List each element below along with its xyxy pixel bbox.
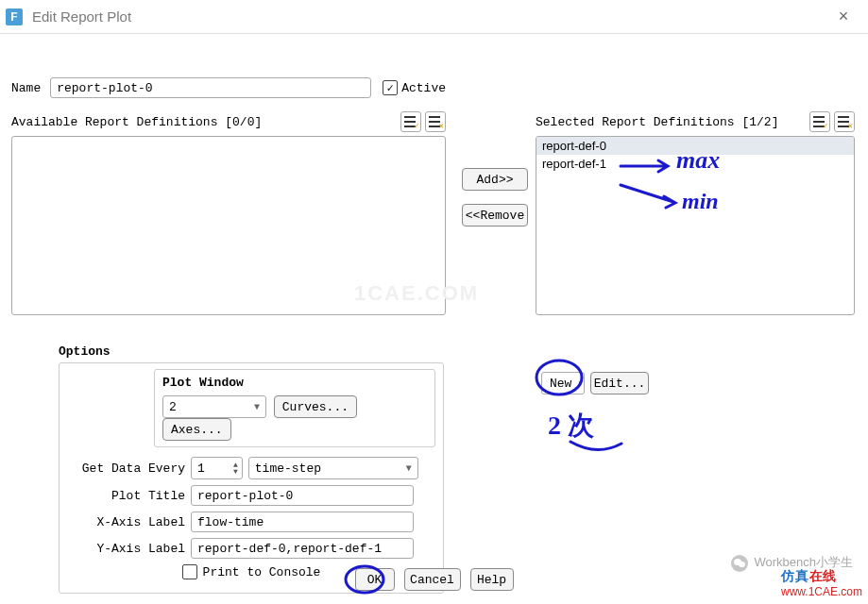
curves-button[interactable]: Curves... [274,395,357,418]
window-title: Edit Report Plot [32,8,825,25]
remove-button[interactable]: <<Remove [462,204,528,226]
plot-window-label: Plot Window [162,376,427,390]
add-button[interactable]: Add>> [462,168,528,191]
list-item[interactable]: report-def-1 [536,155,854,173]
two-times-annotation: 2 次 [548,408,594,444]
new-button-label: New [550,377,571,391]
y-axis-label-input[interactable] [191,538,414,559]
help-button[interactable]: Help [470,568,514,591]
selected-deselect-all-icon[interactable]: ✕ [834,111,855,132]
close-icon[interactable]: × [825,7,862,26]
edit-button[interactable]: Edit... [590,372,649,394]
cancel-button[interactable]: Cancel [404,568,461,591]
active-checkbox[interactable] [383,80,398,95]
active-label: Active [401,81,446,95]
selected-select-all-icon[interactable]: ✓ [809,111,830,132]
underline-annotation [569,438,625,462]
available-deselect-all-icon[interactable]: ✕ [425,111,446,132]
title-bar: F Edit Report Plot × [0,0,868,34]
selected-listbox[interactable]: report-def-0 report-def-1 [536,136,855,315]
ok-button[interactable]: OK [355,568,395,591]
plot-window-select[interactable]: 2▼ [162,395,266,418]
timestep-select[interactable]: time-step▼ [248,457,418,479]
app-icon: F [6,8,23,25]
x-axis-label-input[interactable] [191,512,414,532]
timestep-value: time-step [255,461,321,476]
new-button[interactable]: New▾ [541,372,585,394]
axes-button[interactable]: Axes... [162,418,231,441]
selected-header: Selected Report Definitions [1/2] [536,115,778,129]
list-item[interactable]: report-def-0 [536,137,854,155]
available-listbox[interactable] [11,136,446,315]
plot-window-value: 2 [169,400,177,414]
name-label: Name [11,81,41,95]
available-select-all-icon[interactable]: ✓ [400,111,421,132]
available-header: Available Report Definitions [0/0] [11,115,262,129]
y-axis-label-label: Y-Axis Label [67,542,185,556]
get-data-value: 1 [197,461,233,476]
get-data-label: Get Data Every [67,461,185,476]
plot-title-input[interactable] [191,485,414,506]
plot-title-label: Plot Title [67,489,185,503]
get-data-spinner[interactable]: 1 ▲▼ [191,457,243,479]
name-input[interactable] [50,77,371,98]
options-title: Options [59,344,444,359]
x-axis-label-label: X-Axis Label [67,515,185,529]
